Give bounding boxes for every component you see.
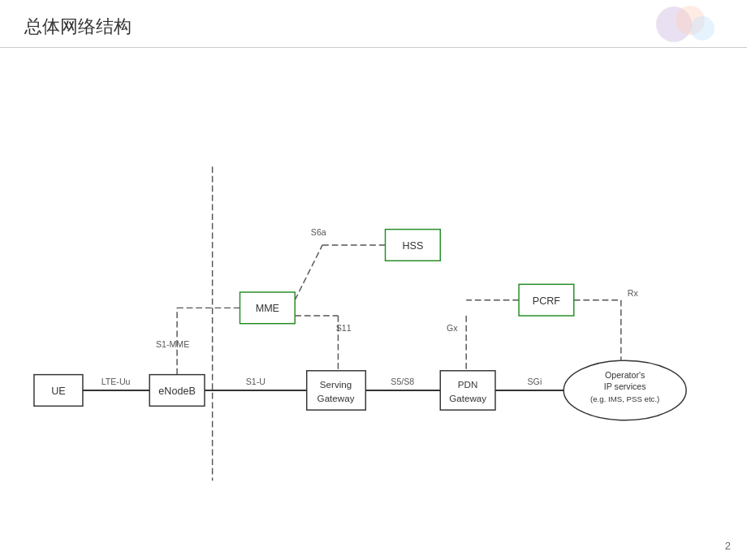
pcrf-label: PCRF bbox=[533, 295, 561, 307]
header-decoration bbox=[625, 4, 723, 49]
operator-label-line3: (e.g. IMS, PSS etc.) bbox=[590, 394, 659, 403]
page-container: 总体网络结构 bbox=[0, 0, 747, 560]
enodeb-label: eNodeB bbox=[158, 386, 195, 397]
operator-label-line2: IP services bbox=[604, 381, 646, 391]
diagram-area: UE eNodeB MME HSS Serving Gateway PDN Ga… bbox=[0, 49, 747, 536]
ue-label: UE bbox=[51, 386, 65, 397]
serving-gw-label-line2: Gateway bbox=[317, 393, 355, 403]
s11-label: S11 bbox=[336, 323, 352, 333]
s1u-label: S1-U bbox=[246, 377, 266, 386]
s6a-label: S6a bbox=[311, 227, 326, 237]
svg-rect-23 bbox=[440, 371, 495, 410]
svg-point-2 bbox=[690, 16, 715, 41]
hss-label: HSS bbox=[402, 240, 423, 252]
pdn-gw-label-line2: Gateway bbox=[449, 393, 486, 403]
header: 总体网络结构 bbox=[0, 0, 747, 48]
svg-line-10 bbox=[295, 245, 322, 300]
serving-gw-label-line1: Serving bbox=[320, 379, 352, 390]
page-number: 2 bbox=[725, 540, 731, 552]
sgi-label: SGi bbox=[528, 377, 542, 386]
s5s8-label: S5/S8 bbox=[391, 377, 414, 386]
operator-label-line1: Operator's bbox=[605, 370, 645, 380]
gx-label: Gx bbox=[447, 323, 458, 333]
mme-label: MME bbox=[256, 303, 279, 314]
s1mme-label: S1-MME bbox=[156, 339, 189, 349]
rx-label: Rx bbox=[628, 288, 639, 298]
network-diagram: UE eNodeB MME HSS Serving Gateway PDN Ga… bbox=[0, 49, 747, 536]
svg-rect-22 bbox=[307, 371, 366, 410]
lte-uu-label: LTE-Uu bbox=[101, 377, 131, 386]
page-title: 总体网络结构 bbox=[24, 15, 132, 39]
pdn-gw-label-line1: PDN bbox=[458, 379, 478, 390]
